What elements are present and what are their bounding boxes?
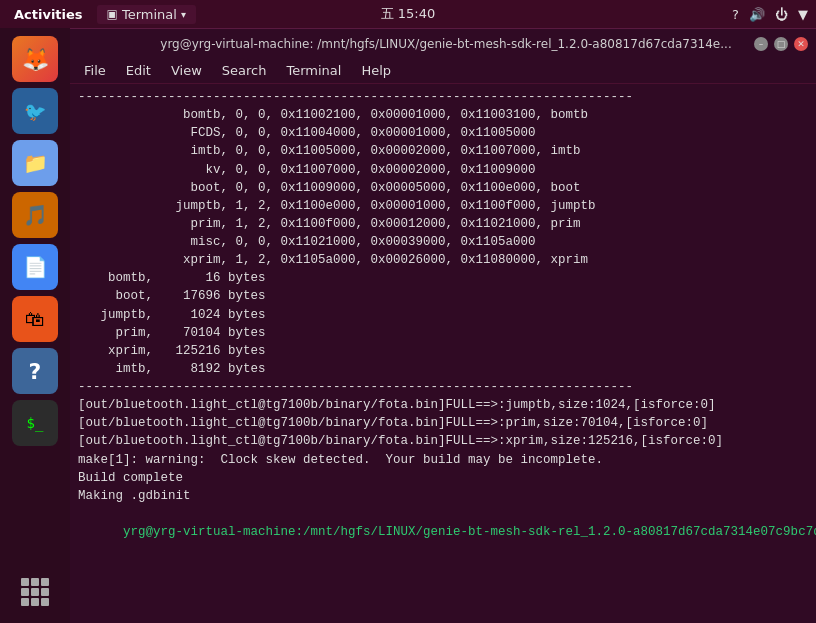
menu-view[interactable]: View [163,61,210,80]
terminal-tab-arrow: ▾ [181,9,186,20]
terminal-prompt-line: yrg@yrg-virtual-machine:/mnt/hgfs/LINUX/… [78,505,808,559]
terminal-line-size-prim: prim, 70104 bytes [78,324,808,342]
terminal-line-boot: boot, 0, 0, 0x11009000, 0x00005000, 0x11… [78,179,808,197]
terminal-tab-label: Terminal [122,7,177,22]
terminal-line-kv: kv, 0, 0, 0x11007000, 0x00002000, 0x1100… [78,161,808,179]
system-bar-right: ? 🔊 ⏻ ▼ [732,7,808,22]
menu-edit[interactable]: Edit [118,61,159,80]
menu-file[interactable]: File [76,61,114,80]
terminal-line-size-jumptb: jumptb, 1024 bytes [78,306,808,324]
sidebar-icon-help[interactable]: ? [12,348,58,394]
menu-search[interactable]: Search [214,61,275,80]
terminal-line-fota-prim: [out/bluetooth.light_ctl@tg7100b/binary/… [78,414,808,432]
menu-terminal[interactable]: Terminal [278,61,349,80]
separator-line-1: ----------------------------------------… [78,88,808,106]
terminal-line-gdbinit: Making .gdbinit [78,487,808,505]
power-icon[interactable]: ⏻ [775,7,788,22]
terminal-line-jumptb: jumptb, 1, 2, 0x1100e000, 0x00001000, 0x… [78,197,808,215]
window-title: yrg@yrg-virtual-machine: /mnt/hgfs/LINUX… [138,37,754,51]
terminal-line-size-xprim: xprim, 125216 bytes [78,342,808,360]
terminal-line-fcds: FCDS, 0, 0, 0x11004000, 0x00001000, 0x11… [78,124,808,142]
activities-button[interactable]: Activities [8,5,89,24]
sidebar-icon-thunderbird[interactable]: 🐦 [12,88,58,134]
terminal-line-misc: misc, 0, 0, 0x11021000, 0x00039000, 0x11… [78,233,808,251]
sidebar-bottom [12,569,58,615]
terminal-line-imtb: imtb, 0, 0, 0x11005000, 0x00002000, 0x11… [78,142,808,160]
terminal-line-bomtb: bomtb, 0, 0, 0x11002100, 0x00001000, 0x1… [78,106,808,124]
system-bar: Activities ▣ Terminal ▾ 五 15:40 ? 🔊 ⏻ ▼ [0,0,816,28]
sidebar: 🦊 🐦 📁 🎵 📄 🛍 ? $_ [0,28,70,623]
close-button[interactable]: ✕ [794,37,808,51]
question-icon: ? [732,7,739,22]
terminal-line-prim: prim, 1, 2, 0x1100f000, 0x00012000, 0x11… [78,215,808,233]
window-controls: – □ ✕ [754,37,808,51]
terminal-line-fota-xprim: [out/bluetooth.light_ctl@tg7100b/binary/… [78,432,808,450]
maximize-button[interactable]: □ [774,37,788,51]
menu-help[interactable]: Help [353,61,399,80]
system-bar-left: Activities ▣ Terminal ▾ [8,5,196,24]
menu-arrow-icon[interactable]: ▼ [798,7,808,22]
terminal-line-fota-jumptb: [out/bluetooth.light_ctl@tg7100b/binary/… [78,396,808,414]
sidebar-icon-firefox[interactable]: 🦊 [12,36,58,82]
terminal-line-size-bomtb: bomtb, 16 bytes [78,269,808,287]
separator-line-2: ----------------------------------------… [78,378,808,396]
sidebar-icon-terminal[interactable]: $_ [12,400,58,446]
volume-icon[interactable]: 🔊 [749,7,765,22]
terminal-line-build-complete: Build complete [78,469,808,487]
menu-bar: File Edit View Search Terminal Help [70,58,816,84]
terminal-line-warning: make[1]: warning: Clock skew detected. Y… [78,451,808,469]
terminal-line-size-boot: boot, 17696 bytes [78,287,808,305]
terminal-prompt-green: yrg@yrg-virtual-machine:/mnt/hgfs/LINUX/… [123,525,816,539]
main-area: yrg@yrg-virtual-machine: /mnt/hgfs/LINUX… [70,28,816,623]
sidebar-icon-files[interactable]: 📁 [12,140,58,186]
terminal-line-size-imtb: imtb, 8192 bytes [78,360,808,378]
sidebar-icon-music[interactable]: 🎵 [12,192,58,238]
system-bar-center: 五 15:40 [381,5,436,23]
terminal-tab[interactable]: ▣ Terminal ▾ [97,5,196,24]
title-bar: yrg@yrg-virtual-machine: /mnt/hgfs/LINUX… [70,28,816,58]
minimize-button[interactable]: – [754,37,768,51]
sidebar-icon-software[interactable]: 🛍 [12,296,58,342]
apps-grid-button[interactable] [12,569,58,615]
terminal-content[interactable]: ----------------------------------------… [70,84,816,623]
system-time: 五 15:40 [381,5,436,23]
grid-dots-icon [21,578,49,606]
terminal-line-xprim: xprim, 1, 2, 0x1105a000, 0x00026000, 0x1… [78,251,808,269]
terminal-icon-small: ▣ [107,7,118,21]
sidebar-icon-docs[interactable]: 📄 [12,244,58,290]
